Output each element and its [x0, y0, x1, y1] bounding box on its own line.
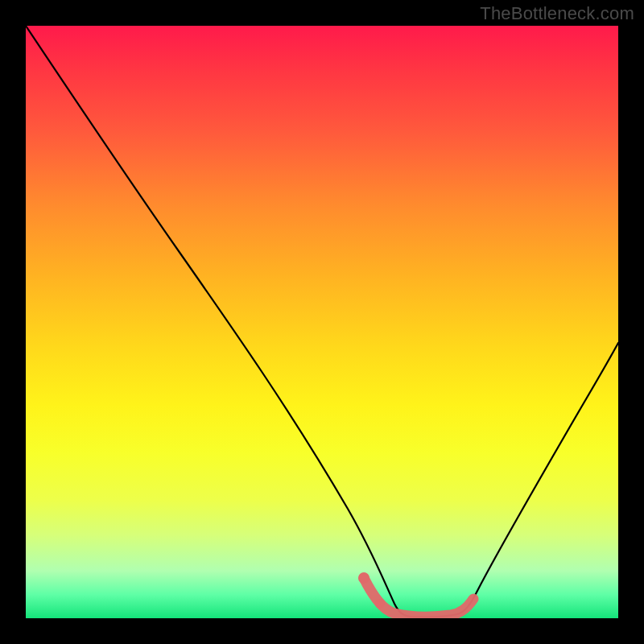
highlight-segment	[364, 578, 473, 617]
chart-stage: TheBottleneck.com	[0, 0, 644, 644]
bottleneck-curve	[26, 26, 618, 617]
highlight-dot-mid	[375, 599, 385, 609]
curve-layer	[26, 26, 618, 618]
plot-area	[26, 26, 618, 618]
watermark-text: TheBottleneck.com	[480, 3, 634, 24]
highlight-dot-start	[358, 572, 369, 584]
